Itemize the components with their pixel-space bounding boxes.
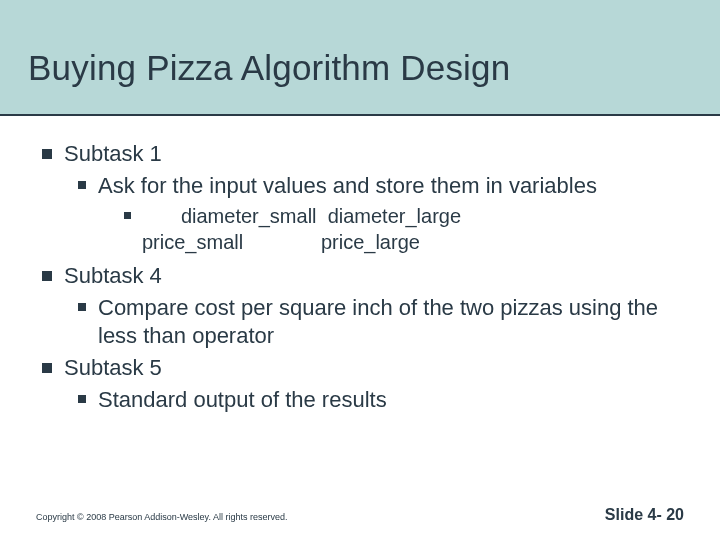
bullet-icon <box>78 303 86 311</box>
subtask1-heading: Subtask 1 <box>34 140 686 168</box>
slide: Buying Pizza Algorithm Design Subtask 1 … <box>0 0 720 540</box>
text: Subtask 1 <box>64 141 162 166</box>
text: Standard output of the results <box>98 387 387 412</box>
text: Subtask 4 <box>64 263 162 288</box>
text: diameter_small diameter_large <box>181 205 461 227</box>
bullet-icon <box>42 363 52 373</box>
subtask4-heading: Subtask 4 <box>34 262 686 290</box>
bullet-icon <box>78 395 86 403</box>
vars-line2: price_small price_large <box>142 230 420 256</box>
bullet-icon <box>124 212 131 219</box>
text: Compare cost per square inch of the two … <box>98 295 658 348</box>
subtask5-heading: Subtask 5 <box>34 354 686 382</box>
text: Ask for the input values and store them … <box>98 173 597 198</box>
vars-line1: diameter_small diameter_large <box>142 204 461 230</box>
subtask1-point: Ask for the input values and store them … <box>34 172 686 200</box>
slide-body: Subtask 1 Ask for the input values and s… <box>34 140 686 418</box>
subtask4-point: Compare cost per square inch of the two … <box>34 294 686 350</box>
footer: Copyright © 2008 Pearson Addison-Wesley.… <box>0 498 720 522</box>
slide-number: Slide 4- 20 <box>605 506 684 524</box>
slide-title: Buying Pizza Algorithm Design <box>28 48 510 88</box>
subtask1-vars: diameter_small diameter_large price_smal… <box>34 204 686 255</box>
bullet-icon <box>78 181 86 189</box>
subtask5-point: Standard output of the results <box>34 386 686 414</box>
bullet-icon <box>42 149 52 159</box>
text: Subtask 5 <box>64 355 162 380</box>
copyright-text: Copyright © 2008 Pearson Addison-Wesley.… <box>36 512 287 522</box>
bullet-icon <box>42 271 52 281</box>
